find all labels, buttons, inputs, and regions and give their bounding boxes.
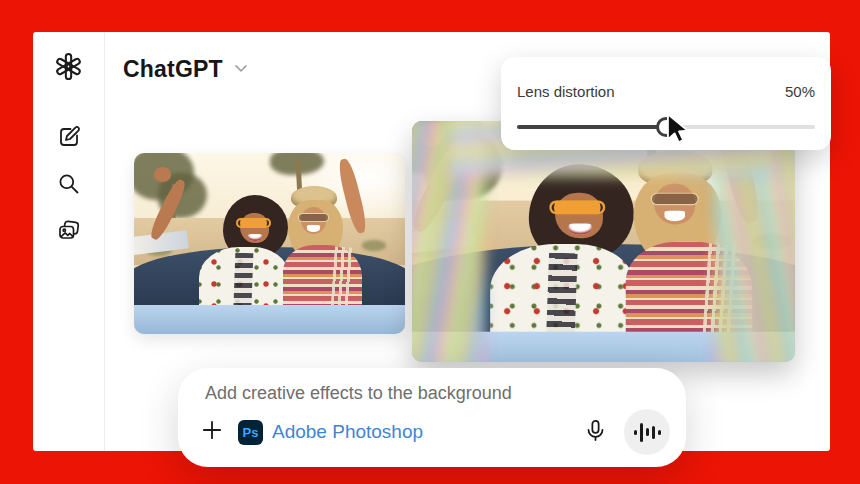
image-library-icon xyxy=(57,219,81,247)
photo-art-shape xyxy=(236,218,271,227)
voice-waveform-icon xyxy=(634,423,661,442)
plus-icon xyxy=(199,417,225,447)
photo-art-shape xyxy=(652,193,698,204)
microphone-icon xyxy=(583,418,608,447)
attach-button[interactable] xyxy=(198,418,226,446)
dictate-button[interactable] xyxy=(580,417,610,447)
search-button[interactable] xyxy=(56,173,82,199)
photo-art-shape xyxy=(307,225,319,231)
prompt-input[interactable]: Add creative effects to the background xyxy=(205,383,659,404)
distorted-image[interactable] xyxy=(412,121,795,362)
photoshop-badge-icon: Ps xyxy=(238,420,263,445)
photo-art-shape xyxy=(248,234,262,242)
prompt-composer: Add creative effects to the background P… xyxy=(178,368,686,467)
sidebar xyxy=(33,32,105,451)
photo-art-shape xyxy=(134,305,405,334)
page-title: ChatGPT xyxy=(123,56,223,83)
photo-art-shape xyxy=(299,214,327,221)
mouse-cursor-icon xyxy=(664,113,694,149)
lens-distortion-label: Lens distortion xyxy=(517,83,615,100)
original-image[interactable] xyxy=(134,153,405,334)
lens-distortion-value: 50% xyxy=(785,83,815,100)
chevron-down-icon xyxy=(231,58,251,82)
adobe-photoshop-tool-chip[interactable]: Ps Adobe Photoshop xyxy=(238,420,423,445)
model-picker[interactable]: ChatGPT xyxy=(123,56,251,83)
library-button[interactable] xyxy=(56,220,82,246)
search-icon xyxy=(57,172,81,200)
photo-art-shape xyxy=(154,167,170,181)
photo-art-shape xyxy=(549,200,606,214)
openai-logo-icon xyxy=(54,52,83,81)
slider-fill xyxy=(517,125,666,129)
voice-mode-button[interactable] xyxy=(624,409,670,455)
tool-name-label: Adobe Photoshop xyxy=(272,421,423,443)
photo-art-shape xyxy=(134,153,405,334)
new-chat-button[interactable] xyxy=(56,126,82,152)
new-chat-pencil-icon xyxy=(57,125,81,153)
photo-art-shape xyxy=(665,211,685,220)
red-frame: ChatGPT xyxy=(0,0,860,484)
photo-art-shape xyxy=(362,240,386,251)
